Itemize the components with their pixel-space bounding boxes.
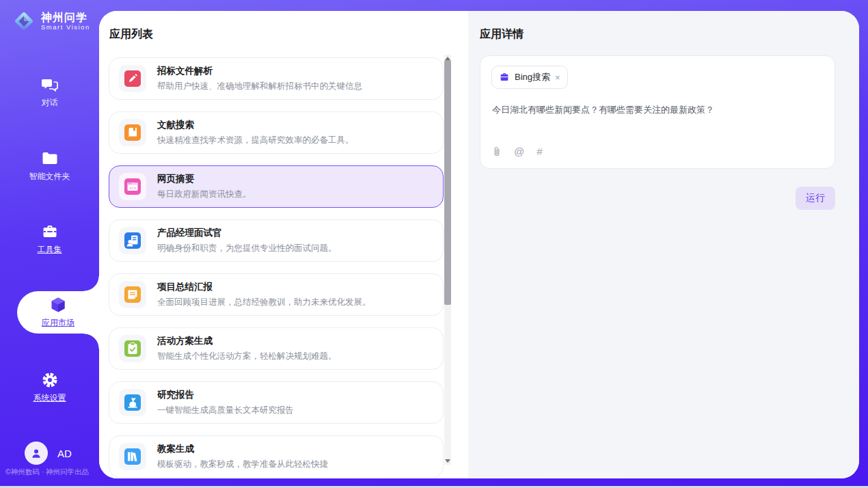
app-item-title: 网页摘要	[157, 173, 252, 185]
app-item-description: 快速精准查找学术资源，提高研究效率的必备工具。	[157, 135, 354, 146]
sidebar-item-label: 系统设置	[33, 392, 66, 404]
chip-close-icon[interactable]: ×	[555, 73, 560, 82]
toolbox-icon	[41, 223, 59, 241]
research-report-icon	[119, 389, 146, 416]
app-item-title: 活动方案生成	[157, 335, 337, 347]
mention-icon[interactable]: @	[514, 146, 524, 157]
avatar[interactable]	[25, 442, 48, 465]
app-detail-title: 应用详情	[480, 27, 835, 42]
books-icon	[119, 443, 146, 470]
hash-icon[interactable]: #	[537, 146, 542, 157]
app-list-item[interactable]: 教案生成 模板驱动，教案秒成，教学准备从此轻松快捷	[109, 435, 444, 478]
app-item-title: 项目总结汇报	[157, 281, 371, 293]
app-item-description: 帮助用户快速、准确地理解和解析招标书中的关键信息	[157, 81, 362, 92]
app-item-title: 招标文件解析	[157, 65, 362, 77]
scroll-down-arrow-icon[interactable]	[445, 459, 450, 463]
app-list-title: 应用列表	[109, 27, 153, 42]
brand-name: 神州问学	[41, 12, 90, 24]
sidebar-item-label: 对话	[42, 97, 58, 109]
gear-icon	[41, 371, 59, 389]
app-item-title: 文献搜索	[157, 119, 354, 131]
sidebar-item-chat[interactable]: 对话	[0, 72, 99, 112]
app-list-item[interactable]: 研究报告 一键智能生成高质量长文本研究报告	[109, 381, 444, 424]
input-toolbar: @ #	[492, 146, 543, 157]
app-item-description: 一键智能生成高质量长文本研究报告	[157, 405, 294, 416]
app-list-item[interactable]: 文献搜索 快速精准查找学术资源，提高研究效率的必备工具。	[109, 111, 444, 154]
clipboard-check-icon	[119, 335, 146, 362]
browser-code-icon: </>	[119, 173, 146, 200]
copyright-footer: ©神州数码 · 神州问学出品	[5, 467, 89, 477]
cube-icon	[49, 296, 67, 314]
app-item-title: 产品经理面试官	[157, 227, 337, 239]
sidebar-item-gear[interactable]: 系统设置	[0, 368, 99, 407]
folder-icon	[41, 150, 59, 167]
user-name: AD	[57, 448, 72, 459]
user-account[interactable]: AD	[25, 442, 72, 465]
app-list-item[interactable]: </> 网页摘要 每日政府新闻资讯快查。	[109, 165, 444, 208]
brand-logo: 神州问学 Smart Vision	[12, 10, 90, 33]
main-content: 应用列表 招标文件解析 帮助用户快速、准确地理解和解析招标书中的关键信息 文献搜…	[99, 11, 859, 478]
interviewer-icon	[119, 227, 146, 254]
app-item-description: 明确身份和职责，为您提供专业性的面试问题。	[157, 243, 337, 254]
book-icon	[119, 119, 146, 146]
chat-icon	[41, 76, 59, 94]
app-item-description: 模板驱动，教案秒成，教学准备从此轻松快捷	[157, 459, 328, 470]
app-list-panel: 应用列表 招标文件解析 帮助用户快速、准确地理解和解析招标书中的关键信息 文献搜…	[99, 11, 468, 478]
scrollbar-thumb[interactable]	[444, 60, 451, 305]
sidebar-item-toolbox[interactable]: 工具集	[0, 219, 99, 259]
app-list: 招标文件解析 帮助用户快速、准确地理解和解析招标书中的关键信息 文献搜索 快速精…	[109, 57, 444, 478]
sidebar-item-label: 应用市场	[42, 317, 74, 329]
brand-subtitle: Smart Vision	[41, 24, 90, 31]
app-list-item[interactable]: 项目总结汇报 全面回顾项目进展，总结经验教训，助力未来优化发展。	[109, 273, 444, 316]
app-item-title: 研究报告	[157, 389, 294, 401]
app-item-description: 智能生成个性化活动方案，轻松解决规划难题。	[157, 351, 337, 362]
sidebar-item-label: 智能文件夹	[29, 171, 70, 182]
sidebar-item-cube[interactable]: 应用市场	[17, 291, 99, 334]
app-item-description: 每日政府新闻资讯快查。	[157, 189, 252, 200]
app-list-item[interactable]: 招标文件解析 帮助用户快速、准确地理解和解析招标书中的关键信息	[109, 57, 444, 100]
app-detail-panel: 应用详情 Bing搜索 × 今日湖北有哪些新闻要点？有哪些需要关注的最新政策？ …	[468, 11, 859, 478]
app-list-item[interactable]: 活动方案生成 智能生成个性化活动方案，轻松解决规划难题。	[109, 327, 444, 370]
list-scrollbar[interactable]	[444, 55, 451, 465]
query-input-card[interactable]: Bing搜索 × 今日湖北有哪些新闻要点？有哪些需要关注的最新政策？ @ #	[480, 55, 835, 169]
edit-doc-icon	[119, 65, 146, 92]
app-item-title: 教案生成	[157, 443, 328, 455]
note-icon	[119, 281, 146, 308]
tool-chip-bing-search[interactable]: Bing搜索 ×	[491, 66, 568, 89]
tool-chip-label: Bing搜索	[515, 71, 550, 83]
query-text[interactable]: 今日湖北有哪些新闻要点？有哪些需要关注的最新政策？	[492, 104, 714, 116]
app-item-description: 全面回顾项目进展，总结经验教训，助力未来优化发展。	[157, 297, 371, 308]
briefcase-icon	[499, 72, 510, 83]
run-button[interactable]: 运行	[796, 187, 835, 210]
sidebar-item-folder[interactable]: 智能文件夹	[0, 146, 99, 186]
svg-text:</>: </>	[129, 186, 137, 190]
diamond-logo-icon	[12, 10, 36, 33]
attachment-icon[interactable]	[492, 146, 502, 157]
app-list-item[interactable]: 产品经理面试官 明确身份和职责，为您提供专业性的面试问题。	[109, 219, 444, 262]
sidebar: 神州问学 Smart Vision 对话 智能文件夹 工具集 应用市场 系统设置…	[0, 0, 99, 488]
sidebar-item-label: 工具集	[38, 244, 62, 256]
